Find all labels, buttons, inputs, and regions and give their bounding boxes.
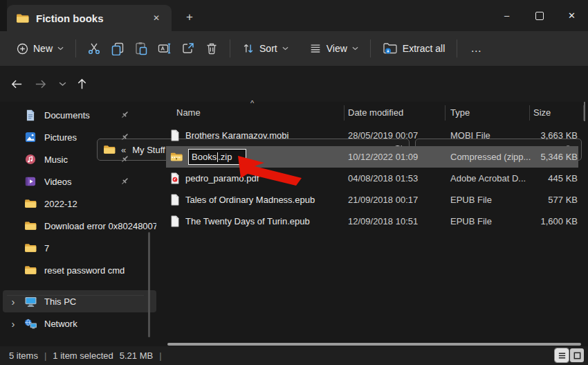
file-icon: [170, 194, 180, 206]
see-more-button[interactable]: …: [463, 42, 489, 55]
rename-text-after-cursor: .zip: [218, 152, 232, 162]
maximize-button[interactable]: [523, 0, 555, 31]
folder-icon: [16, 13, 29, 24]
sidebar-item-documents[interactable]: Documents: [3, 104, 156, 126]
column-separator[interactable]: [344, 105, 344, 121]
file-size: 577 KB: [502, 189, 578, 211]
forward-button[interactable]: [30, 74, 50, 94]
plus-circle-icon: [17, 43, 28, 55]
details-view-button[interactable]: [555, 348, 569, 362]
chevron-down-icon: [59, 82, 66, 87]
sidebar-item-music[interactable]: Music: [3, 148, 156, 170]
view-button[interactable]: View: [304, 38, 364, 59]
vertical-scrollbar[interactable]: [584, 102, 585, 121]
file-explorer-window: Fiction books ✕ + – ✕ New: [0, 0, 588, 365]
expand-chevron-icon[interactable]: ›: [3, 296, 24, 308]
sidebar-item-download-error-0x80248007[interactable]: Download error 0x80248007: [3, 215, 156, 237]
pin-icon: [118, 132, 131, 141]
sidebar-scrollbar[interactable]: [148, 232, 150, 337]
close-button[interactable]: ✕: [555, 0, 588, 31]
file-icon: [170, 130, 180, 141]
large-icons-view-button[interactable]: [570, 348, 584, 362]
new-button[interactable]: New: [11, 39, 69, 59]
sidebar-item-pictures[interactable]: Pictures: [3, 126, 156, 148]
sidebar-item-videos[interactable]: Videos: [3, 170, 156, 193]
this-pc-icon: [24, 296, 37, 308]
folder-icon: [24, 199, 37, 208]
folder-icon: [24, 265, 37, 275]
file-name-cell: The Twenty Days of Turin.epub: [170, 211, 310, 232]
chevron-down-icon: [352, 46, 358, 51]
pdf-icon: [170, 172, 180, 184]
pin-icon: [118, 177, 131, 186]
tab-title: Fiction books: [36, 12, 148, 24]
forward-icon: [34, 78, 47, 91]
expand-chevron-icon[interactable]: ›: [3, 318, 24, 330]
copy-icon: [111, 42, 125, 55]
pin-icon: [118, 110, 131, 119]
cut-button[interactable]: [82, 37, 106, 60]
sidebar-item-network[interactable]: ›Network: [3, 312, 156, 335]
file-name: Tales of Ordinary Madness.epub: [185, 195, 315, 205]
sidebar-item-label: This PC: [44, 296, 156, 307]
share-button[interactable]: [176, 37, 200, 60]
file-list: Brothers Karamazov.mobi28/05/2019 00:07M…: [166, 125, 578, 232]
sidebar-item-2022-12[interactable]: 2022-12: [3, 193, 156, 215]
column-separator[interactable]: [445, 105, 445, 121]
column-header-size[interactable]: Size: [533, 107, 551, 118]
file-name-cell: Tales of Ordinary Madness.epub: [170, 189, 315, 211]
sidebar-item-this-pc[interactable]: ›This PC: [3, 290, 156, 312]
extract-all-button[interactable]: Extract all: [377, 37, 450, 60]
sidebar-item-label: Documents: [44, 110, 156, 121]
sidebar-item-label: reset password cmd: [44, 265, 156, 276]
file-icon: [170, 215, 180, 227]
sidebar-item-reset-password-cmd[interactable]: reset password cmd: [3, 259, 156, 281]
large-icons-view-icon: [573, 351, 582, 360]
zip-icon: [170, 152, 183, 162]
minimize-button[interactable]: –: [490, 0, 523, 31]
file-row-pedro-paramo-pdf[interactable]: pedro_paramo.pdf04/08/2018 01:53Adobe Ac…: [166, 168, 578, 189]
file-row-the-twenty-days-of-turin-epub[interactable]: The Twenty Days of Turin.epub12/09/2018 …: [166, 211, 578, 232]
file-name-cell: pedro_paramo.pdf: [170, 168, 259, 189]
pin-icon: [118, 154, 131, 163]
item-count: 5 items: [9, 350, 38, 361]
sort-ascending-icon[interactable]: ^: [250, 99, 254, 107]
sort-button[interactable]: Sort: [237, 38, 294, 59]
sidebar-item-7[interactable]: 7: [3, 237, 156, 259]
up-button[interactable]: [72, 74, 91, 94]
videos-icon: [24, 176, 37, 187]
file-name: Brothers Karamazov.mobi: [185, 130, 288, 141]
column-separator[interactable]: [529, 105, 530, 121]
explorer-tab[interactable]: Fiction books ✕: [7, 5, 172, 31]
tab-close-icon[interactable]: ✕: [148, 10, 165, 26]
file-size: 1,600 KB: [502, 211, 578, 232]
pictures-icon: [24, 132, 37, 143]
status-bar: 5 items | 1 item selected 5.21 MB |: [0, 346, 588, 365]
column-header-type[interactable]: Type: [450, 107, 470, 118]
rename-icon: [158, 42, 172, 55]
title-bar: Fiction books ✕ + – ✕: [0, 0, 588, 31]
extract-folder-icon: [383, 42, 398, 55]
back-button[interactable]: [7, 74, 26, 94]
file-row-brothers-karamazov-mobi[interactable]: Brothers Karamazov.mobi28/05/2019 00:07M…: [166, 125, 578, 146]
document-icon: [24, 109, 37, 121]
sidebar-item-label: Download error 0x80248007: [44, 221, 156, 231]
column-header-name[interactable]: Name: [176, 107, 201, 118]
rename-input[interactable]: Books.zip: [188, 149, 246, 165]
new-tab-button[interactable]: +: [181, 9, 198, 26]
delete-button[interactable]: [200, 37, 223, 60]
horizontal-scrollbar[interactable]: [167, 343, 581, 346]
status-divider: |: [159, 350, 161, 361]
sidebar-item-label: Videos: [44, 177, 156, 187]
file-row-tales-of-ordinary-madness-epub[interactable]: Tales of Ordinary Madness.epub21/09/2018…: [166, 189, 578, 211]
column-header-date-modified[interactable]: Date modified: [348, 107, 403, 118]
rename-text-before-cursor: Books: [192, 152, 217, 162]
folder-icon: [24, 243, 37, 253]
rename-button[interactable]: [153, 37, 176, 60]
paste-button[interactable]: [129, 37, 153, 60]
file-date-modified: 04/08/2018 01:53: [348, 168, 418, 189]
file-row-books-zip[interactable]: Books.zip10/12/2022 01:09Compressed (zip…: [166, 146, 578, 168]
copy-button[interactable]: [106, 37, 129, 60]
recent-locations-button[interactable]: [53, 74, 72, 94]
sidebar-item-label: 2022-12: [44, 199, 156, 209]
